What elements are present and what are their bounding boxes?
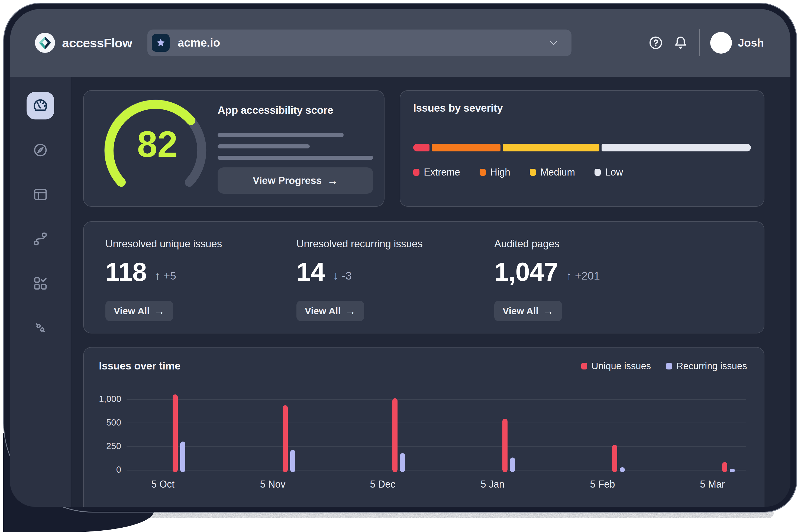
- severity-card-title: Issues by severity: [413, 102, 751, 114]
- sidebar-item-pages[interactable]: [26, 181, 54, 208]
- skeleton-line: [218, 145, 310, 149]
- stat-unique-issues: Unresolved unique issues 118 ↑+5 View Al…: [106, 238, 296, 333]
- recurring-issues-bar-5-feb: [620, 467, 625, 472]
- recurring-issues-bar-5-oct: [180, 441, 185, 472]
- brand-name: accessFlow: [62, 36, 132, 50]
- user-name: Josh: [738, 37, 764, 49]
- stats-card: Unresolved unique issues 118 ↑+5 View Al…: [83, 221, 764, 334]
- skeleton-line: [218, 156, 373, 160]
- main-content: 82 App accessibility score View P: [71, 77, 790, 507]
- project-star-icon: [152, 34, 170, 52]
- gridline-250: [127, 446, 746, 447]
- project-selector[interactable]: acme.io: [147, 30, 572, 56]
- arrow-up-icon: ↑: [566, 269, 572, 282]
- x-axis-label: 5 Mar: [683, 479, 742, 490]
- stat-audited-pages: Audited pages 1,047 ↑+201 View All →: [494, 238, 748, 333]
- stat-value: 1,047: [494, 260, 558, 284]
- arrow-right-icon: →: [345, 306, 356, 316]
- chart-plot: 1,00050025005 Oct5 Nov5 Dec5 Jan5 Feb5 M…: [99, 383, 747, 502]
- arrow-right-icon: →: [543, 306, 554, 316]
- chart-legend: Unique issues Recurring issues: [581, 361, 747, 372]
- route-icon: [33, 231, 48, 247]
- unique-issues-swatch-icon: [581, 363, 587, 369]
- project-name: acme.io: [178, 36, 540, 49]
- x-axis-label: 5 Oct: [133, 479, 193, 490]
- view-all-unique-button[interactable]: View All →: [106, 301, 173, 321]
- chevron-down-icon: [548, 37, 560, 49]
- compass-icon: [33, 142, 48, 158]
- unique-issues-bar-5-dec: [392, 398, 397, 472]
- plug-icon: [33, 320, 48, 336]
- issues-over-time-card: Issues over time Unique issues Recurring…: [83, 347, 764, 507]
- stat-recurring-issues: Unresolved recurring issues 14 ↓-3 View …: [296, 238, 494, 333]
- medium-swatch-icon: [530, 169, 536, 176]
- high-swatch-icon: [480, 169, 486, 176]
- notifications-button[interactable]: [673, 35, 688, 50]
- sidebar-item-integrations[interactable]: [26, 314, 54, 342]
- legend-item-extreme: Extreme: [413, 167, 460, 178]
- severity-segment-extreme: [413, 144, 429, 151]
- recurring-issues-bar-5-dec: [400, 453, 405, 472]
- help-button[interactable]: [648, 35, 663, 50]
- topbar-divider: [699, 29, 700, 56]
- recurring-issues-bar-5-jan: [510, 457, 515, 472]
- accessflow-logo-icon: [35, 33, 55, 53]
- arrow-up-icon: ↑: [155, 269, 161, 282]
- gridline-0: [127, 470, 746, 471]
- legend-item-unique: Unique issues: [581, 361, 651, 372]
- sidebar-item-checks[interactable]: [26, 269, 54, 297]
- view-all-recurring-button[interactable]: View All →: [296, 301, 364, 321]
- device-frame: accessFlow acme.io: [3, 3, 797, 513]
- score-value: 82: [137, 124, 178, 165]
- skeleton-line: [218, 133, 343, 137]
- score-skeleton-lines: [218, 133, 373, 160]
- x-axis-label: 5 Feb: [573, 479, 632, 490]
- arrow-right-icon: →: [327, 175, 338, 186]
- unique-issues-bar-5-oct: [173, 394, 178, 472]
- legend-item-high: High: [480, 167, 510, 178]
- sidebar-item-explore[interactable]: [26, 136, 54, 164]
- stat-value: 14: [296, 260, 325, 284]
- sidebar-item-flows[interactable]: [26, 225, 54, 253]
- layout-icon: [33, 187, 48, 202]
- gridline-500: [127, 422, 746, 423]
- y-axis-label: 250: [99, 441, 121, 451]
- app-body: 82 App accessibility score View P: [10, 77, 790, 507]
- y-axis-label: 500: [99, 417, 121, 428]
- recurring-issues-swatch-icon: [666, 363, 672, 369]
- gridline-1,000: [127, 399, 746, 400]
- view-progress-button[interactable]: View Progress →: [218, 167, 373, 194]
- x-axis-label: 5 Jan: [463, 479, 522, 490]
- components-check-icon: [33, 276, 48, 291]
- extreme-swatch-icon: [413, 169, 420, 176]
- chart-title: Issues over time: [99, 360, 181, 372]
- view-all-pages-button[interactable]: View All →: [494, 301, 562, 321]
- stat-delta: ↓-3: [333, 269, 352, 284]
- recurring-issues-bar-5-mar: [730, 469, 735, 472]
- arrow-right-icon: →: [154, 306, 165, 316]
- unique-issues-bar-5-jan: [502, 419, 507, 472]
- view-progress-label: View Progress: [253, 175, 322, 186]
- legend-item-low: Low: [595, 167, 623, 178]
- stat-delta: ↑+201: [566, 269, 600, 284]
- arrow-down-icon: ↓: [333, 269, 339, 282]
- y-axis-label: 0: [99, 464, 121, 475]
- score-card: 82 App accessibility score View P: [83, 90, 385, 207]
- severity-segment-medium: [503, 144, 599, 151]
- stat-delta: ↑+5: [155, 269, 176, 284]
- topbar: accessFlow acme.io: [10, 9, 790, 77]
- topbar-right: Josh: [648, 29, 764, 56]
- unique-issues-bar-5-mar: [722, 462, 727, 472]
- app-window: accessFlow acme.io: [10, 9, 790, 507]
- stat-value: 118: [106, 260, 147, 284]
- severity-card: Issues by severity Extreme High: [400, 90, 764, 207]
- legend-item-medium: Medium: [530, 167, 575, 178]
- sidebar: [10, 77, 71, 507]
- severity-legend: Extreme High Medium: [413, 167, 751, 178]
- score-gauge: 82: [96, 101, 215, 194]
- sidebar-item-dashboard[interactable]: [26, 92, 54, 119]
- avatar[interactable]: [710, 32, 732, 54]
- low-swatch-icon: [595, 169, 601, 176]
- recurring-issues-bar-5-nov: [290, 450, 295, 472]
- unique-issues-bar-5-nov: [283, 405, 288, 472]
